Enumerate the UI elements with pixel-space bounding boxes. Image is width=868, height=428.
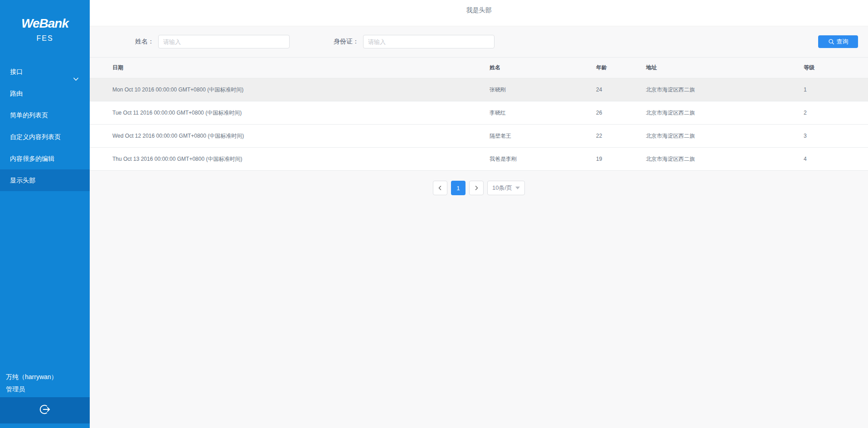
chevron-right-icon xyxy=(474,185,479,191)
sidebar-item-route[interactable]: 路由 xyxy=(0,82,90,104)
cell-level: 2 xyxy=(804,101,868,125)
name-input[interactable] xyxy=(158,35,290,48)
cell-name: 隔壁老王 xyxy=(490,125,596,148)
cell-address: 北京市海淀区西二旗 xyxy=(646,78,804,101)
page-size-label: 10条/页 xyxy=(492,184,512,192)
table-row: Thu Oct 13 2016 00:00:00 GMT+0800 (中国标准时… xyxy=(90,148,868,171)
table-row: Wed Oct 12 2016 00:00:00 GMT+0800 (中国标准时… xyxy=(90,125,868,148)
logout-bar[interactable] xyxy=(0,397,90,423)
user-info: 万纯（harrywan） 管理员 xyxy=(0,371,58,395)
id-label: 身份证： xyxy=(334,38,359,46)
query-button-label: 查询 xyxy=(837,38,849,46)
column-header-name: 姓名 xyxy=(490,58,596,78)
cell-age: 26 xyxy=(596,101,646,125)
table-row: Mon Oct 10 2016 00:00:00 GMT+0800 (中国标准时… xyxy=(90,78,868,101)
logout-icon[interactable] xyxy=(38,403,52,418)
cell-date: Tue Oct 11 2016 00:00:00 GMT+0800 (中国标准时… xyxy=(90,101,490,125)
sidebar-item-label: 路由 xyxy=(10,90,23,97)
sidebar-item-label: 简单的列表页 xyxy=(10,111,48,119)
logo: WeBank FES xyxy=(0,0,90,43)
sidebar-item-label: 自定义内容列表页 xyxy=(10,133,61,140)
sidebar: WeBank FES 接口 路由 简单的列表页 自定义内容列表页 内容很多的编辑… xyxy=(0,0,90,428)
cell-name: 我爸是李刚 xyxy=(490,148,596,171)
sidebar-item-label: 显示头部 xyxy=(10,177,35,184)
page-size-select[interactable]: 10条/页 xyxy=(487,181,525,195)
sidebar-menu: 接口 路由 简单的列表页 自定义内容列表页 内容很多的编辑 显示头部 xyxy=(0,61,90,191)
user-name: 万纯（harrywan） xyxy=(6,371,58,383)
next-page-button[interactable] xyxy=(469,181,484,195)
column-header-age: 年龄 xyxy=(596,58,646,78)
search-icon xyxy=(828,38,834,45)
chevron-left-icon xyxy=(437,185,443,191)
pagination: 1 10条/页 xyxy=(90,181,868,195)
column-header-address: 地址 xyxy=(646,58,804,78)
search-form: 姓名： 身份证： 查询 xyxy=(90,26,868,57)
sidebar-item-api[interactable]: 接口 xyxy=(0,61,90,82)
user-role: 管理员 xyxy=(6,383,58,395)
query-button[interactable]: 查询 xyxy=(818,35,858,48)
name-label: 姓名： xyxy=(135,38,154,46)
sidebar-item-rich-edit[interactable]: 内容很多的编辑 xyxy=(0,148,90,169)
sidebar-item-custom-list[interactable]: 自定义内容列表页 xyxy=(0,126,90,148)
logo-fes: FES xyxy=(0,34,90,43)
cell-name: 李晓红 xyxy=(490,101,596,125)
column-header-level: 等级 xyxy=(804,58,868,78)
cell-age: 22 xyxy=(596,125,646,148)
column-header-date: 日期 xyxy=(90,58,490,78)
page-header-title: 我是头部 xyxy=(466,6,492,14)
cell-date: Mon Oct 10 2016 00:00:00 GMT+0800 (中国标准时… xyxy=(90,78,490,101)
cell-date: Thu Oct 13 2016 00:00:00 GMT+0800 (中国标准时… xyxy=(90,148,490,171)
sidebar-item-simple-list[interactable]: 简单的列表页 xyxy=(0,104,90,126)
cell-address: 北京市海淀区西二旗 xyxy=(646,125,804,148)
table-header-row: 日期 姓名 年龄 地址 等级 xyxy=(90,58,868,78)
sidebar-item-label: 内容很多的编辑 xyxy=(10,155,54,162)
cell-name: 张晓刚 xyxy=(490,78,596,101)
cell-age: 24 xyxy=(596,78,646,101)
prev-page-button[interactable] xyxy=(433,181,447,195)
main-content: 我是头部 姓名： 身份证： 查询 日期 姓名 年龄 地址 等级 xyxy=(90,0,868,428)
table-row: Tue Oct 11 2016 00:00:00 GMT+0800 (中国标准时… xyxy=(90,101,868,125)
cell-age: 19 xyxy=(596,148,646,171)
cell-level: 1 xyxy=(804,78,868,101)
cell-level: 4 xyxy=(804,148,868,171)
cell-date: Wed Oct 12 2016 00:00:00 GMT+0800 (中国标准时… xyxy=(90,125,490,148)
cell-level: 3 xyxy=(804,125,868,148)
data-table: 日期 姓名 年龄 地址 等级 Mon Oct 10 2016 00:00:00 … xyxy=(90,57,868,171)
page-number-button[interactable]: 1 xyxy=(451,181,466,195)
page-header: 我是头部 xyxy=(90,0,868,26)
cell-address: 北京市海淀区西二旗 xyxy=(646,148,804,171)
caret-down-icon xyxy=(515,187,520,189)
id-input[interactable] xyxy=(363,35,495,48)
logo-webank: WeBank xyxy=(0,16,90,31)
sidebar-item-show-header[interactable]: 显示头部 xyxy=(0,169,90,191)
sidebar-item-label: 接口 xyxy=(10,68,23,75)
cell-address: 北京市海淀区西二旗 xyxy=(646,101,804,125)
